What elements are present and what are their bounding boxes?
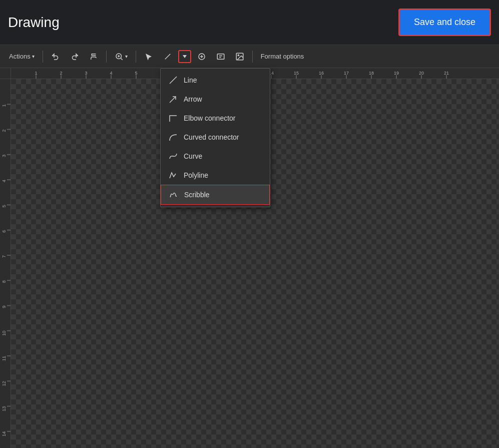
scribble-icon bbox=[169, 190, 178, 199]
paint-format-button[interactable] bbox=[85, 50, 102, 63]
format-options-label: Format options bbox=[261, 53, 304, 60]
elbow-icon bbox=[169, 114, 178, 123]
paint-format-icon bbox=[89, 52, 98, 61]
menu-item-curved-connector[interactable]: Curved connector bbox=[161, 128, 270, 147]
svg-line-1 bbox=[121, 58, 122, 60]
ruler-corner bbox=[0, 68, 11, 79]
divider-4 bbox=[252, 51, 253, 63]
curved-connector-icon bbox=[169, 133, 178, 142]
undo-icon bbox=[51, 52, 60, 61]
image-icon bbox=[235, 52, 244, 61]
zoom-button[interactable]: ▾ bbox=[111, 50, 132, 63]
textbox-button[interactable] bbox=[212, 50, 229, 63]
menu-item-curve-label: Curve bbox=[184, 152, 202, 160]
app-title: Drawing bbox=[8, 15, 60, 31]
menu-item-curve[interactable]: Curve bbox=[161, 147, 270, 166]
select-button[interactable] bbox=[140, 50, 157, 63]
textbox-icon bbox=[216, 52, 225, 61]
zoom-chevron-icon: ▾ bbox=[125, 54, 128, 59]
svg-rect-7 bbox=[217, 54, 224, 59]
zoom-icon bbox=[115, 52, 124, 61]
ruler-vertical bbox=[0, 79, 11, 448]
line-dropdown-button[interactable] bbox=[178, 50, 191, 63]
divider-1 bbox=[43, 51, 43, 63]
menu-item-scribble[interactable]: Scribble bbox=[161, 185, 270, 205]
menu-item-arrow-label: Arrow bbox=[184, 95, 202, 103]
line-tool-icon bbox=[163, 52, 172, 61]
menu-item-scribble-label: Scribble bbox=[184, 191, 210, 199]
divider-2 bbox=[106, 51, 107, 63]
word-art-icon bbox=[197, 52, 206, 61]
line-tool-button[interactable] bbox=[159, 50, 176, 63]
svg-point-11 bbox=[238, 55, 239, 56]
polyline-icon bbox=[169, 171, 178, 180]
menu-item-elbow-label: Elbow connector bbox=[184, 114, 236, 122]
actions-button[interactable]: Actions ▾ bbox=[5, 51, 39, 62]
menu-item-arrow[interactable]: Arrow bbox=[161, 90, 270, 109]
menu-item-curved-connector-label: Curved connector bbox=[184, 133, 239, 141]
divider-3 bbox=[136, 51, 136, 63]
arrow-icon bbox=[169, 95, 178, 104]
redo-icon bbox=[70, 52, 79, 61]
menu-item-polyline-label: Polyline bbox=[184, 171, 208, 179]
svg-line-4 bbox=[165, 54, 170, 59]
ruler-v-canvas bbox=[0, 79, 11, 448]
svg-marker-5 bbox=[183, 55, 187, 58]
line-dropdown-icon bbox=[182, 52, 187, 61]
word-art-button[interactable] bbox=[193, 50, 210, 63]
image-button[interactable] bbox=[231, 50, 248, 63]
menu-item-line[interactable]: Line bbox=[161, 71, 270, 90]
menu-item-elbow[interactable]: Elbow connector bbox=[161, 109, 270, 128]
svg-line-12 bbox=[170, 77, 177, 84]
menu-item-polyline[interactable]: Polyline bbox=[161, 166, 270, 185]
line-icon bbox=[169, 76, 178, 85]
actions-chevron-icon: ▾ bbox=[32, 54, 35, 59]
svg-line-13 bbox=[170, 97, 176, 103]
save-close-button[interactable]: Save and close bbox=[398, 9, 491, 36]
undo-button[interactable] bbox=[47, 50, 64, 63]
actions-label: Actions bbox=[9, 53, 31, 60]
format-options-button[interactable]: Format options bbox=[257, 51, 308, 62]
redo-button[interactable] bbox=[66, 50, 83, 63]
menu-item-line-label: Line bbox=[184, 76, 197, 84]
toolbar: Actions ▾ ▾ bbox=[0, 45, 499, 68]
line-type-dropdown: Line Arrow Elbow connector bbox=[160, 68, 270, 207]
cursor-icon bbox=[144, 52, 153, 61]
curve-icon bbox=[169, 152, 178, 161]
header: Drawing Save and close bbox=[0, 0, 499, 45]
